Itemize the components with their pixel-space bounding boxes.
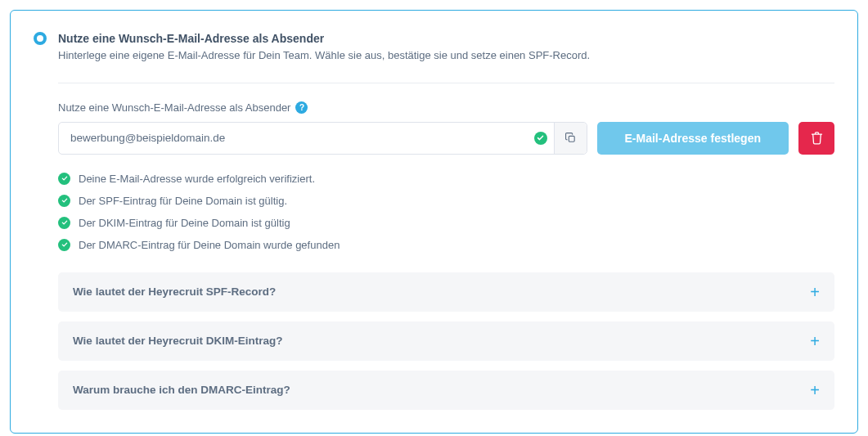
status-text: Der DKIM-Eintrag für Deine Domain ist gü… [79,217,290,229]
status-list: Deine E-Mail-Adresse wurde erfolgreich v… [58,173,834,251]
help-icon[interactable]: ? [295,101,308,114]
check-circle-icon [58,239,70,251]
status-text: Der SPF-Eintrag für Deine Domain ist gül… [79,195,287,207]
status-text: Deine E-Mail-Adresse wurde erfolgreich v… [79,173,315,185]
delete-button[interactable] [798,122,834,155]
set-email-button[interactable]: E-Mail-Adresse festlegen [597,122,789,155]
header-text: Nutze eine Wunsch-E-Mail-Adresse als Abs… [58,30,834,65]
field-label: Nutze eine Wunsch-E-Mail-Adresse als Abs… [58,101,290,114]
check-circle-icon [58,217,70,229]
header-subtitle: Hinterlege eine eigene E-Mail-Adresse fü… [58,47,834,65]
field-label-row: Nutze eine Wunsch-E-Mail-Adresse als Abs… [58,101,834,114]
divider [58,83,834,83]
accordion-title: Wie lautet der Heyrecruit DKIM-Eintrag? [73,335,282,347]
accordion-item-dmarc[interactable]: Warum brauche ich den DMARC-Eintrag? + [58,371,834,410]
check-circle-icon [58,195,70,207]
status-text: Der DMARC-Eintrag für Deine Domain wurde… [79,239,340,251]
radio-selected-icon[interactable] [34,32,47,45]
svg-rect-0 [569,137,574,142]
check-circle-icon [58,173,70,185]
status-item: Der DKIM-Eintrag für Deine Domain ist gü… [58,217,834,229]
accordion-title: Warum brauche ich den DMARC-Eintrag? [73,384,290,396]
copy-button[interactable] [554,123,587,154]
accordion-title: Wie lautet der Heyrecruit SPF-Record? [73,285,276,298]
plus-icon: + [810,382,820,398]
plus-icon: + [810,333,820,349]
accordion-item-dkim[interactable]: Wie lautet der Heyrecruit DKIM-Eintrag? … [58,321,834,361]
status-item: Der DMARC-Eintrag für Deine Domain wurde… [58,239,834,251]
email-input-group [58,122,587,155]
check-circle-icon [534,132,547,145]
email-sender-panel: Nutze eine Wunsch-E-Mail-Adresse als Abs… [10,10,858,434]
panel-content: Nutze eine Wunsch-E-Mail-Adresse als Abs… [34,101,834,410]
plus-icon: + [810,284,820,300]
accordion: Wie lautet der Heyrecruit SPF-Record? + … [58,272,834,410]
email-input[interactable] [59,123,534,154]
panel-header: Nutze eine Wunsch-E-Mail-Adresse als Abs… [34,30,834,65]
status-item: Deine E-Mail-Adresse wurde erfolgreich v… [58,173,834,185]
accordion-item-spf[interactable]: Wie lautet der Heyrecruit SPF-Record? + [58,272,834,312]
email-input-row: E-Mail-Adresse festlegen [58,122,834,155]
header-title: Nutze eine Wunsch-E-Mail-Adresse als Abs… [58,30,834,47]
trash-icon [811,132,823,145]
status-item: Der SPF-Eintrag für Deine Domain ist gül… [58,195,834,207]
